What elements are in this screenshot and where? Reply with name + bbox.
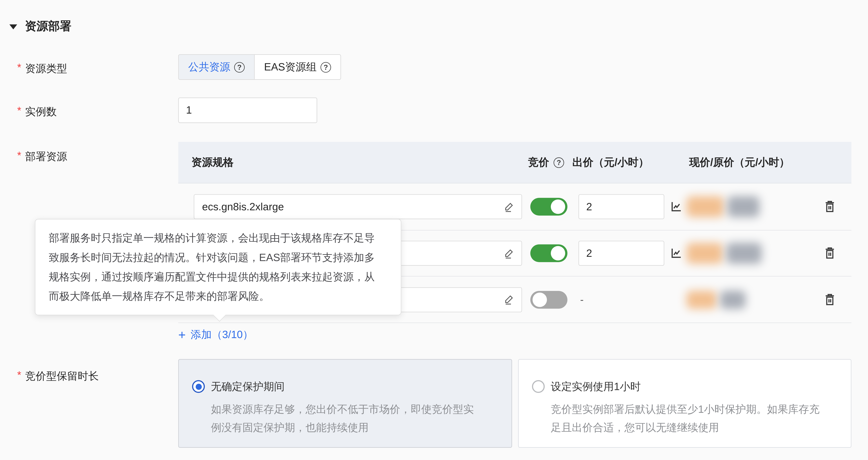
- bidding-toggle[interactable]: [530, 291, 567, 309]
- help-icon[interactable]: ?: [554, 157, 564, 168]
- retention-option-no-protection[interactable]: 无确定保护期间 如果资源库存足够，您出价不低于市场价，即使竞价型实例没有固定保护…: [178, 359, 512, 448]
- resource-type-option-eas-label: EAS资源组: [264, 60, 317, 74]
- radio-unselected-icon[interactable]: [532, 380, 545, 393]
- help-icon[interactable]: ?: [320, 62, 331, 72]
- toggle-knob: [533, 292, 547, 307]
- delete-trash-icon[interactable]: [823, 292, 836, 307]
- masked-price: [686, 243, 762, 264]
- add-spec-link-label: 添加（3/10）: [191, 327, 253, 342]
- delete-trash-icon[interactable]: [823, 246, 836, 260]
- edit-pencil-icon[interactable]: [503, 248, 514, 259]
- resource-type-option-public[interactable]: 公共资源 ?: [179, 55, 254, 79]
- bid-price-input[interactable]: [579, 194, 664, 219]
- masked-original-price: [727, 196, 760, 217]
- radio-dot: [195, 383, 202, 390]
- masked-current-price: [686, 196, 724, 217]
- delete-trash-icon[interactable]: [823, 199, 836, 214]
- column-header-bid-text: 竞价: [528, 155, 549, 170]
- instance-count-input[interactable]: [178, 97, 317, 123]
- masked-price: [686, 196, 760, 217]
- bidding-toggle[interactable]: [530, 198, 567, 215]
- deploy-resource-label-text: 部署资源: [25, 150, 67, 164]
- column-header-bid-price: 出价（元/小时）: [572, 155, 649, 170]
- toggle-knob: [551, 199, 565, 214]
- tooltip-text-line: 致服务长时间无法拉起的情况。针对该问题，EAS部署环节支持添加多: [49, 248, 388, 267]
- required-asterisk: *: [17, 105, 21, 117]
- instance-count-label-text: 实例数: [25, 105, 57, 119]
- column-header-price: 现价/原价（元/小时）: [689, 155, 789, 170]
- price-history-chart-icon[interactable]: [669, 246, 683, 260]
- multi-spec-tooltip: 部署服务时只指定单一规格的计算资源，会出现由于该规格库存不足导 致服务长时间无法…: [35, 219, 401, 315]
- masked-original-price: [726, 243, 762, 264]
- help-icon[interactable]: ?: [234, 62, 245, 72]
- tooltip-text-line: 部署服务时只指定单一规格的计算资源，会出现由于该规格库存不足导: [49, 228, 388, 248]
- deploy-resource-label: * 部署资源: [17, 150, 67, 164]
- resource-type-label-text: 资源类型: [25, 62, 67, 76]
- bid-price-empty: -: [580, 293, 584, 306]
- masked-current-price: [686, 243, 723, 264]
- plus-icon: +: [178, 329, 186, 340]
- section-title: 资源部署: [25, 18, 71, 34]
- resource-type-option-public-label: 公共资源: [188, 60, 230, 74]
- retention-label: * 竞价型保留时长: [17, 369, 99, 383]
- collapse-caret-icon[interactable]: [9, 24, 17, 29]
- required-asterisk: *: [17, 150, 21, 162]
- retention-label-text: 竞价型保留时长: [25, 369, 99, 383]
- radio-selected-icon[interactable]: [192, 380, 205, 393]
- retention-option-title: 无确定保护期间: [211, 380, 284, 394]
- resource-type-option-eas-group[interactable]: EAS资源组 ?: [254, 55, 340, 79]
- spec-select-field[interactable]: ecs.gn8is.2xlarge: [194, 194, 522, 219]
- masked-current-price: [686, 290, 717, 309]
- resource-type-selector: 公共资源 ? EAS资源组 ?: [178, 54, 341, 80]
- required-asterisk: *: [17, 62, 21, 74]
- retention-option-title: 设定实例使用1小时: [551, 380, 641, 394]
- masked-original-price: [720, 290, 746, 309]
- edit-pencil-icon[interactable]: [503, 294, 514, 305]
- spec-value: ecs.gn8is.2xlarge: [202, 201, 284, 213]
- section-header: 资源部署: [9, 18, 71, 34]
- tooltip-text-line: 而极大降低单一规格库存不足带来的部署风险。: [49, 286, 388, 306]
- table-header-row: 资源规格 竞价 ? 出价（元/小时） 现价/原价（元/小时）: [178, 142, 851, 183]
- add-spec-link[interactable]: + 添加（3/10）: [178, 327, 253, 342]
- edit-pencil-icon[interactable]: [503, 201, 514, 212]
- retention-option-description: 竞价型实例部署后默认提供至少1小时保护期。如果库存充足且出价合适，您可以无缝继续…: [551, 400, 822, 437]
- resource-deployment-form: 资源部署 * 资源类型 公共资源 ? EAS资源组 ? * 实例数 * 部署资源…: [0, 0, 868, 460]
- bidding-toggle[interactable]: [530, 245, 567, 262]
- column-header-bid: 竞价 ?: [528, 155, 564, 170]
- resource-type-label: * 资源类型: [17, 62, 67, 76]
- toggle-knob: [551, 246, 565, 260]
- retention-option-description: 如果资源库存足够，您出价不低于市场价，即使竞价型实例没有固定保护期，也能持续使用: [211, 400, 482, 437]
- tooltip-text-line: 规格实例，通过按顺序遍历配置文件中提供的规格列表来拉起资源，从: [49, 267, 388, 286]
- bid-price-input[interactable]: [579, 241, 664, 266]
- required-asterisk: *: [17, 369, 21, 382]
- instance-count-label: * 实例数: [17, 105, 57, 119]
- retention-option-one-hour[interactable]: 设定实例使用1小时 竞价型实例部署后默认提供至少1小时保护期。如果库存充足且出价…: [518, 359, 851, 448]
- column-header-spec: 资源规格: [191, 155, 234, 170]
- masked-price: [686, 290, 746, 309]
- price-history-chart-icon[interactable]: [669, 200, 683, 214]
